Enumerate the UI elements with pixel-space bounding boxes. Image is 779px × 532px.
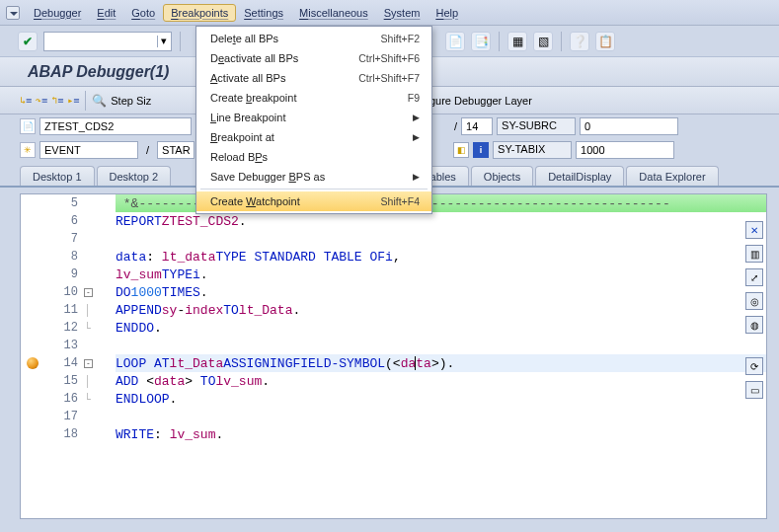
code-line[interactable]: DO 1000 TIMES. [116,283,766,301]
line-field[interactable] [461,117,493,135]
fold-toggle-icon[interactable]: - [84,288,93,297]
breakpoint-marker-icon[interactable] [27,357,39,369]
gutter-line[interactable]: 13 [21,337,116,354]
editor-content[interactable]: *&--------------------------------------… [116,194,766,518]
sync-icon[interactable]: ⟳ [745,357,763,375]
ok-icon[interactable]: ✔ [18,32,38,51]
code-line[interactable] [116,337,766,354]
toolbar-icon[interactable]: 📄 [445,32,465,51]
menu-debugger[interactable]: Debugger [26,4,89,22]
menu-system[interactable]: System [376,4,428,22]
code-line[interactable]: APPEND sy-index TO lt_Data. [116,301,766,319]
fold-column[interactable]: └ [84,393,116,406]
info-icon[interactable]: i [473,142,489,158]
toolbar-icon[interactable]: 📋 [595,32,615,51]
line-number: 12 [44,321,84,335]
line-number: 8 [44,250,84,264]
fold-column[interactable]: - [84,359,116,368]
tab-objects[interactable]: Objects [471,166,533,186]
toolbar-icon[interactable]: 📑 [471,32,491,51]
tool-icon[interactable]: ▭ [745,381,763,399]
program-icon[interactable]: 📄 [20,118,36,134]
breakpoint-column[interactable] [21,357,44,369]
code-line[interactable]: ENDDO. [116,319,766,337]
code-line[interactable]: lv_sum TYPE i. [116,266,766,283]
code-line[interactable] [116,230,766,248]
gutter-line[interactable]: 17 [21,408,116,425]
close-icon[interactable]: ✕ [745,221,763,239]
bp-menu-create-watchpoint[interactable]: Create WatchpointShift+F4 [196,191,431,211]
bp-menu-deactivate-all-bps[interactable]: Deactivate all BPsCtrl+Shift+F6 [196,48,431,68]
shortcut-label: Ctrl+Shift+F6 [358,52,420,64]
help-icon[interactable]: ❔ [570,32,589,51]
step-into-icon[interactable]: ↳≡ [20,95,32,106]
tab-desktop-2[interactable]: Desktop 2 [97,166,172,186]
code-line[interactable]: LOOP AT lt_Data ASSIGNING FIELD-SYMBOL(<… [116,354,766,372]
gutter-line[interactable]: 18 [21,425,116,443]
gutter-line[interactable]: 7 [21,230,116,248]
editor-side-toolbar: ✕ ▥ ⤢ ◎ ◍ ⟳ ▭ [745,221,765,399]
gutter-line[interactable]: 6 [21,212,116,230]
fold-column[interactable]: │ [84,304,116,317]
tool-icon[interactable]: ▥ [745,245,763,263]
menu-settings[interactable]: Settings [236,4,291,22]
gutter-line[interactable]: 5 [21,194,116,212]
event-icon[interactable]: ✳ [20,142,36,158]
gutter-line[interactable]: 15│ [21,372,116,390]
event-pos-field[interactable] [157,141,195,159]
code-line[interactable]: REPORT ZTEST_CDS2. [116,212,766,230]
gutter-line[interactable]: 8 [21,248,116,266]
code-line[interactable]: WRITE: lv_sum. [116,425,766,443]
gutter-line[interactable]: 14- [21,354,116,372]
gutter-line[interactable]: 16└ [21,390,116,408]
fold-column[interactable]: │ [84,375,116,388]
step-size-icon[interactable]: 🔍 [92,94,107,108]
gutter-line[interactable]: 11│ [21,301,116,319]
tab-desktop-1[interactable]: Desktop 1 [20,166,95,186]
separator [499,32,500,51]
code-line[interactable]: data: lt_data TYPE STANDARD TABLE OF i, [116,248,766,266]
sy-tabix-value[interactable] [576,141,674,159]
sy-subrc-value[interactable] [580,117,678,135]
step-out-icon[interactable]: ↰≡ [51,95,63,106]
gutter-line[interactable]: 9 [21,266,116,283]
line-number: 11 [44,303,84,317]
bp-menu-line-breakpoint[interactable]: Line Breakpoint▶ [196,108,431,127]
tab-data-explorer[interactable]: Data Explorer [626,166,718,186]
menu-miscellaneous[interactable]: Miscellaneous [291,4,376,22]
tool-icon[interactable]: ⤢ [745,268,763,286]
code-line[interactable]: ENDLOOP. [116,390,766,408]
bp-menu-reload-bps[interactable]: Reload BPs [196,147,431,167]
bp-menu-create-breakpoint[interactable]: Create breakpointF9 [196,88,431,108]
fold-column[interactable]: └ [84,322,116,335]
code-line[interactable] [116,408,766,425]
step-over-icon[interactable]: ↷≡ [36,95,47,106]
fold-column[interactable]: - [84,288,116,297]
tool-icon[interactable]: ◎ [745,292,763,310]
menu-dropdown-icon[interactable] [6,6,20,20]
menu-goto[interactable]: Goto [123,4,163,22]
menu-breakpoints[interactable]: Breakpoints [163,4,236,22]
menu-help[interactable]: Help [428,4,466,22]
layout-icon[interactable]: ▧ [533,32,553,51]
continue-icon[interactable]: ▸≡ [67,95,79,106]
layout-icon[interactable]: ▦ [507,32,527,51]
fold-toggle-icon[interactable]: - [84,359,93,368]
command-field[interactable]: ▾ [43,32,172,51]
line-number: 6 [44,214,84,228]
nav-icon[interactable]: ◧ [453,142,469,158]
tab-detaildisplay[interactable]: DetailDisplay [535,166,624,186]
bp-menu-breakpoint-at[interactable]: Breakpoint at▶ [196,127,431,147]
bp-menu-activate-all-bps[interactable]: Activate all BPsCtrl+Shift+F7 [196,68,431,88]
gutter-line[interactable]: 12└ [21,319,116,337]
program-field[interactable] [39,117,192,135]
event-field[interactable] [39,141,138,159]
chevron-down-icon[interactable]: ▾ [157,36,169,47]
gutter-line[interactable]: 10- [21,283,116,301]
code-line[interactable]: ADD <data> TO lv_sum. [116,372,766,390]
tool-icon[interactable]: ◍ [745,316,763,334]
bp-menu-delete-all-bps[interactable]: Delete all BPsShift+F2 [196,29,431,48]
bp-menu-save-debugger-bps-as[interactable]: Save Debugger BPS as▶ [196,167,431,187]
chevron-right-icon: ▶ [413,132,420,142]
menu-edit[interactable]: Edit [89,4,123,22]
